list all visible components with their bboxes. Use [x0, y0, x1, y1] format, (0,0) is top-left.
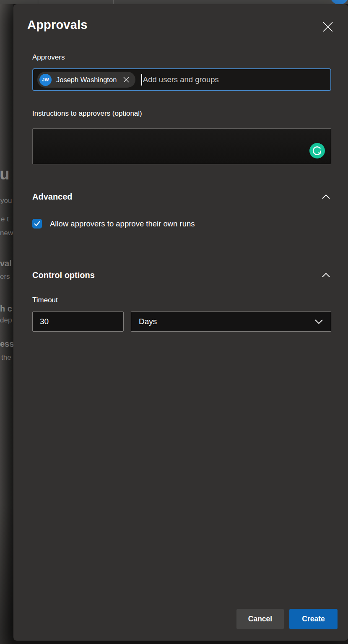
approvers-label: Approvers — [32, 53, 331, 62]
control-options-header: Control options — [32, 270, 95, 280]
timeout-unit-value: Days — [139, 317, 157, 326]
timeout-label: Timeout — [32, 296, 331, 304]
create-button[interactable]: Create — [289, 609, 338, 629]
timeout-value-input[interactable] — [32, 312, 124, 332]
approvers-placeholder: Add users and groups — [143, 75, 219, 84]
cancel-button[interactable]: Cancel — [236, 609, 284, 629]
background-page-top — [0, 0, 348, 4]
background-avatar — [330, 0, 348, 4]
allow-approvers-checkbox[interactable] — [32, 219, 42, 229]
background-page-left: ou you e t new val ers h c dep ess the — [0, 4, 13, 644]
approver-chip[interactable]: JW Joseph Washington — [37, 72, 135, 88]
chevron-up-icon — [322, 194, 330, 199]
avatar: JW — [39, 74, 52, 86]
remove-chip-icon — [122, 76, 130, 83]
background-column-divider — [38, 0, 38, 4]
approver-name: Joseph Washington — [56, 76, 117, 84]
close-button[interactable] — [320, 19, 335, 34]
checkmark-icon — [34, 221, 40, 226]
grammarly-icon[interactable] — [309, 143, 325, 158]
backdrop-shade — [0, 4, 13, 644]
close-icon — [322, 21, 334, 33]
dialog-title: Approvals — [27, 18, 88, 32]
approvals-dialog: Approvals Approvers JW Joseph Washington… — [13, 4, 348, 641]
instructions-label: Instructions to approvers (optional) — [32, 109, 331, 118]
chevron-up-icon — [322, 273, 330, 278]
approvers-input[interactable]: JW Joseph Washington Add users and group… — [32, 68, 331, 91]
text-caret — [141, 74, 142, 86]
chevron-down-icon — [314, 319, 323, 325]
allow-approvers-label[interactable]: Allow approvers to approve their own run… — [50, 219, 195, 229]
control-options-collapse-button[interactable] — [320, 270, 331, 280]
timeout-unit-dropdown[interactable]: Days — [131, 312, 331, 332]
background-column-divider — [113, 0, 114, 4]
advanced-header: Advanced — [32, 192, 73, 202]
advanced-collapse-button[interactable] — [320, 191, 331, 202]
dialog-footer: Cancel Create — [236, 609, 338, 629]
remove-approver-button[interactable] — [122, 75, 130, 84]
instructions-textarea[interactable] — [32, 128, 331, 164]
